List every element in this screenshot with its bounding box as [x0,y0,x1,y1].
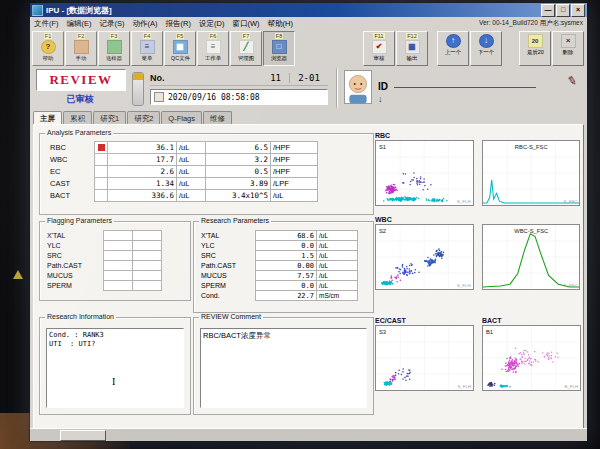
research-table: X'TAL68.6/uLYLC0.0/uLSRC1.5/uLPath.CAST0… [201,230,358,301]
up-arrow-icon: ↑ [446,34,461,48]
menu-button[interactable]: F4≡菜单 [131,31,163,66]
down-arrow-icon: ↓ [479,34,494,48]
plot-group-ec-cast: EC/CASTS3S_FLH [375,316,474,391]
rack-position-value: 2-01 [289,73,328,83]
taskbar-button[interactable] [60,430,106,441]
analysis-table: RBC36.1/uL6.5/HPFWBC17.7/uL3.2/HPFEC2.6/… [47,141,318,202]
flag-cell [103,280,133,291]
plot-row-ec-cast: S3S_FLH [375,325,474,391]
sampler-button[interactable]: F3送样器 [98,31,130,66]
validated-label: 已审核 [36,93,124,106]
last20-button[interactable]: 20最后20 [519,31,551,66]
menu-record[interactable]: 记录(S) [100,19,125,28]
sample-number-row: No. 11 2-01 [150,70,328,86]
previous-button[interactable]: ↑上一个 [437,31,469,66]
help-button[interactable]: F1?帮助 [32,31,64,66]
sample-datetime-field: 2020/09/16 08:58:08 [150,89,328,105]
menu-window[interactable]: 窗口(W) [232,19,259,28]
plots-bottom-row: EC/CASTS3S_FLHBACTB1B_FLH [375,316,580,400]
fkey-label: F11 [373,33,384,39]
tab-bar: 主屏累积研究1研究2Q-Flags维修 [33,110,584,124]
toolbar-button-label: 菜单 [142,55,153,61]
manual-mode-button[interactable]: F2手动 [65,31,97,66]
toolbar-button-label: QC文件 [171,55,190,61]
b1-canvas: B1B_FLH [483,326,580,390]
s3-canvas: S3S_FLH [376,326,473,390]
sampler-icon [107,40,122,54]
printer-icon: ▦ [405,40,420,54]
menu-action[interactable]: 动作(A) [133,19,158,28]
param-name: SPERM [47,280,103,291]
tab-research2[interactable]: 研究2 [127,111,160,124]
plots-column: RBCS1S_FLHRBC-S_FSCS_FSCWBCS2S_FLHWBC-S_… [375,131,580,400]
maximize-button[interactable]: □ [556,4,570,17]
svg-text:S2: S2 [379,228,386,234]
hand-icon [74,40,89,54]
patient-face-graphic [345,71,371,104]
tab-cumulative[interactable]: 累积 [63,111,92,124]
next-button[interactable]: ↓下一个 [470,31,502,66]
flagging-table: X'TALYLCSRCPath.CASTMUCUSSPERM [47,230,162,291]
review-comment-title: REVIEW Comment [199,313,263,320]
research-parameters-box: Research Parameters X'TAL68.6/uLYLC0.0/u… [193,221,374,313]
minimize-button[interactable]: — [541,4,555,17]
qc-file-button[interactable]: F5▦QC文件 [164,31,196,66]
s2-canvas: S2S_FLH [376,225,473,289]
text-cursor-i-beam: I [112,376,115,387]
plot-row-wbc: S2S_FLHWBC-S_FSCS_FSC [375,224,580,290]
toolbar-button-label: 送样器 [106,55,122,61]
plot-group-label-bact: BACT [482,316,581,325]
menu-settings[interactable]: 设定(D) [199,19,224,28]
tab-research1[interactable]: 研究1 [93,111,126,124]
review-comment-body[interactable]: RBC/BACT浓度异常 [200,328,367,408]
review-comment-box: REVIEW Comment RBC/BACT浓度异常 [193,317,374,415]
validate-button[interactable]: F11✔审核 [363,31,395,66]
edit-pen-icon[interactable]: ✎ [566,73,578,89]
browser-button[interactable]: F8□浏览器 [263,31,295,66]
svg-text:S_FLH: S_FLH [457,199,470,204]
info-divider [336,68,337,108]
abnormal-flag-icon [98,144,105,151]
menu-edit[interactable]: 编辑(E) [67,19,92,28]
toolbar-button-label: 上一个 [445,49,461,55]
menu-report[interactable]: 报告(R) [166,19,191,28]
control-chart-button[interactable]: F7╱管理图 [230,31,262,66]
delete-button[interactable]: ×删除 [552,31,584,66]
monitor-screen: IPU - [数据浏览器] — □ × 文件(F)编辑(E)记录(S)动作(A)… [30,3,587,441]
param-name: Cond. [201,290,255,301]
research-info-line: UTI : UTI? [49,340,181,349]
flagging-parameters-title: Flagging Parameters [45,217,114,224]
svg-text:RBC-S_FSC: RBC-S_FSC [514,144,547,150]
toolbar-button-label: 审核 [374,55,385,61]
svg-text:WBC-S_FSC: WBC-S_FSC [514,228,548,234]
tab-qflags[interactable]: Q-Flags [161,111,202,124]
toolbar-button-label: 手动 [76,55,87,61]
tab-main[interactable]: 主屏 [33,111,62,125]
menu-file[interactable]: 文件(F) [34,19,59,28]
last20-icon: 20 [528,34,543,48]
research-row: Cond.22.7mS/cm [201,290,358,301]
toolbar-button-label: 删除 [563,49,574,55]
close-button[interactable]: × [571,4,585,17]
id-dropdown-arrow-icon[interactable]: ↓ [378,94,548,104]
flagging-parameters-box: Flagging Parameters X'TALYLCSRCPath.CAST… [39,221,191,301]
tab-service[interactable]: 维修 [203,111,232,124]
rbc-s-fsc-canvas: RBC-S_FSCS_FSC [483,141,580,205]
b1-plot: B1B_FLH [482,325,581,391]
plot-group-label-ec-cast: EC/CAST [375,316,474,325]
worklist-button[interactable]: F6≡工作单 [197,31,229,66]
param-value-ul: 336.6 [107,189,177,202]
id-value-field[interactable] [394,77,536,88]
worklist-icon: ≡ [206,40,221,54]
chart-icon: ╱ [239,40,254,54]
menu-help[interactable]: 帮助(H) [268,19,293,28]
output-button[interactable]: F12▦输出 [396,31,428,66]
research-information-box: Research Information Cond. : RANK3UTI : … [39,317,191,415]
browser-icon: □ [272,40,287,54]
param-unit: mS/cm [316,290,358,301]
main-panel: Analysis Parameters RBC36.1/uL6.5/HPFWBC… [33,124,584,429]
fkey-label: F7 [242,33,250,39]
review-status-box: REVIEW [36,69,126,91]
plot-row-bact: B1B_FLH [482,325,581,391]
research-info-body[interactable]: Cond. : RANK3UTI : UTI? [46,328,184,408]
